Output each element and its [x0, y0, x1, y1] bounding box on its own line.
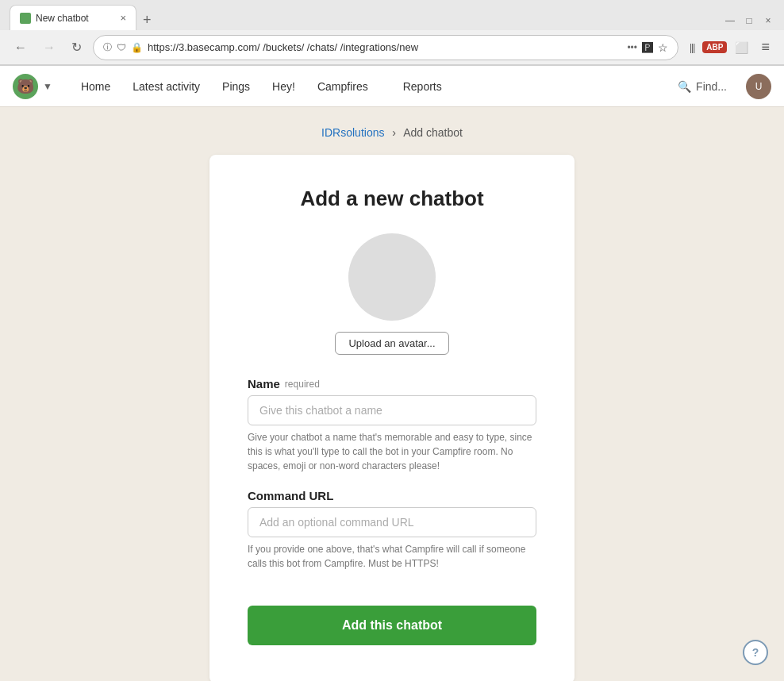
reading-mode-icon[interactable]: ⬜: [730, 38, 753, 57]
bookmark-icon[interactable]: ☆: [658, 41, 668, 54]
tab-close-icon[interactable]: ×: [120, 12, 126, 24]
form-title: Add a new chatbot: [248, 187, 536, 211]
breadcrumb-company[interactable]: IDRsolutions: [321, 126, 384, 139]
window-restore-icon[interactable]: □: [743, 14, 755, 27]
nav-home[interactable]: Home: [71, 74, 120, 99]
name-field-group: Name required Give your chatbot a name t…: [248, 377, 536, 473]
main-nav: Home Latest activity Pings Hey! Campfire…: [71, 74, 668, 99]
address-bar[interactable]: ⓘ 🛡 🔒 https://3.basecamp.com/ /buckets/ …: [93, 35, 678, 60]
tab-title: New chatbot: [36, 13, 89, 24]
lock-icon: 🔒: [131, 42, 143, 53]
name-hint: Give your chatbot a name that's memorabl…: [248, 430, 536, 473]
shield-icon: 🛡: [117, 42, 126, 53]
adblock-button[interactable]: ABP: [702, 41, 727, 53]
breadcrumb-page: Add chatbot: [403, 126, 463, 139]
submit-button[interactable]: Add this chatbot: [248, 606, 536, 645]
form-card: Add a new chatbot Upload an avatar... Na…: [209, 155, 575, 681]
logo-dropdown-icon[interactable]: ▼: [43, 81, 52, 92]
app-nav: 🐻 ▼ Home Latest activity Pings Hey! Camp…: [0, 66, 784, 107]
command-url-input[interactable]: [248, 507, 536, 537]
command-url-hint: If you provide one above, that's what Ca…: [248, 542, 536, 571]
breadcrumb: IDRsolutions › Add chatbot: [13, 126, 771, 139]
more-actions-icon[interactable]: •••: [627, 42, 637, 53]
back-button[interactable]: ←: [10, 37, 32, 58]
nav-hey[interactable]: Hey!: [263, 74, 305, 99]
command-url-field-group: Command URL If you provide one above, th…: [248, 489, 536, 571]
nav-latest-activity[interactable]: Latest activity: [123, 74, 209, 99]
search-icon: 🔍: [678, 80, 691, 93]
command-url-label: Command URL: [248, 489, 536, 502]
name-input[interactable]: [248, 395, 536, 425]
window-minimize-icon[interactable]: —: [724, 14, 736, 27]
avatar-placeholder: [348, 233, 436, 321]
logo-icon: 🐻: [13, 74, 38, 99]
help-button[interactable]: ?: [743, 640, 768, 665]
avatar-initials: U: [755, 81, 763, 92]
reload-button[interactable]: ↻: [67, 37, 86, 58]
window-close-icon[interactable]: ×: [762, 14, 774, 27]
security-info-icon[interactable]: ⓘ: [103, 41, 112, 53]
app-logo[interactable]: 🐻 ▼: [13, 74, 52, 99]
browser-menu-icon[interactable]: ≡: [756, 36, 774, 59]
url-text: https://3.basecamp.com/ /buckets/ /chats…: [148, 41, 622, 53]
upload-avatar-button[interactable]: Upload an avatar...: [335, 332, 448, 355]
tab-favicon: [20, 13, 31, 24]
new-tab-button[interactable]: +: [136, 12, 158, 29]
history-icon[interactable]: |||: [685, 39, 699, 56]
browser-tab[interactable]: New chatbot ×: [10, 5, 136, 30]
avatar-section: Upload an avatar...: [248, 233, 536, 355]
nav-reports[interactable]: Reports: [394, 74, 452, 99]
search-trigger[interactable]: 🔍 Find...: [668, 74, 736, 99]
pocket-icon[interactable]: 🅿: [642, 41, 653, 54]
nav-campfires[interactable]: Campfires: [308, 74, 378, 99]
forward-button[interactable]: →: [38, 37, 60, 58]
name-required-badge: required: [285, 379, 320, 390]
search-label: Find...: [696, 80, 727, 93]
browser-toolbar: ||| ABP ⬜ ≡: [685, 36, 774, 59]
breadcrumb-separator: ›: [392, 126, 396, 139]
nav-pings[interactable]: Pings: [213, 74, 259, 99]
page-content: IDRsolutions › Add chatbot Add a new cha…: [0, 107, 784, 681]
user-avatar[interactable]: U: [746, 74, 771, 99]
name-field-label: Name required: [248, 377, 536, 391]
